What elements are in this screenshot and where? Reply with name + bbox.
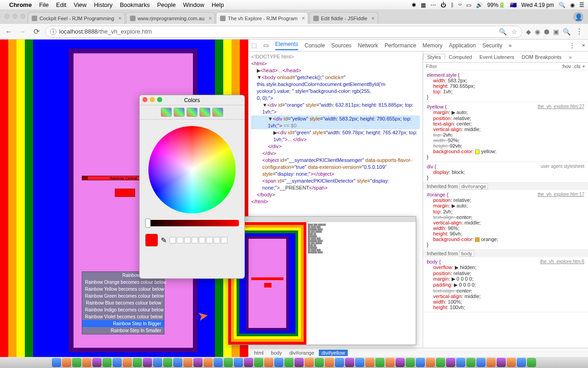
color-mode-tab[interactable] [174, 108, 185, 117]
dock-app-icon[interactable] [335, 358, 344, 367]
dock-app-icon[interactable] [497, 358, 506, 367]
dock-app-icon[interactable] [52, 358, 61, 367]
dock-app-icon[interactable] [436, 358, 445, 367]
flag-icon[interactable]: 🇦🇺 [510, 2, 517, 8]
spotlight-icon[interactable]: 🔍 [559, 2, 565, 8]
dock-app-icon[interactable] [355, 358, 364, 367]
dock-app-icon[interactable] [254, 358, 263, 367]
dock-app-icon[interactable] [385, 358, 395, 367]
dom-node[interactable]: </div> [268, 144, 282, 149]
menuextra-icon[interactable]: ▦ [421, 2, 426, 8]
browser-tab[interactable]: www.rjmprogramming.com.au× [126, 12, 215, 24]
menubar-people[interactable]: People [157, 1, 175, 8]
dropdown-option[interactable]: Rainbow Violet becomes colour below [82, 313, 164, 320]
extension-icon[interactable]: 🔍 [563, 28, 571, 35]
bookmark-star-icon[interactable]: ☆ [511, 28, 517, 35]
devtools-more-tabs-icon[interactable]: » [509, 42, 512, 49]
dock-app-icon[interactable] [486, 358, 496, 367]
dropdown-option[interactable]: Rainbow Green becomes colour below [82, 293, 164, 299]
dock-app-icon[interactable] [62, 358, 71, 367]
menuextra-icon[interactable]: ⏻ [441, 2, 446, 8]
dock-app-icon[interactable] [82, 358, 91, 367]
dock-app-icon[interactable] [345, 358, 354, 367]
menubar-history[interactable]: History [94, 1, 112, 8]
browser-tab-active[interactable]: The vh Explore - RJM Program× [216, 12, 308, 24]
zoom-icon[interactable]: 🔍 [499, 28, 507, 35]
dock-app-icon[interactable] [446, 358, 455, 367]
dock-app-icon[interactable] [113, 358, 122, 367]
dock-app-icon[interactable] [92, 358, 102, 367]
styles-tab-listeners[interactable]: Event Listeners [476, 54, 518, 60]
close-icon[interactable]: × [209, 15, 212, 22]
dom-node[interactable]: </html> [251, 199, 268, 204]
color-swatch-icon[interactable] [475, 150, 480, 154]
devtools-close-icon[interactable]: × [582, 42, 585, 49]
clock[interactable]: Wed 4:19 pm [521, 2, 554, 8]
color-wheel[interactable] [148, 126, 236, 213]
dock-app-icon[interactable] [466, 358, 475, 367]
css-rule[interactable]: element.style { width: 583.2px; height: … [423, 70, 588, 102]
dom-node[interactable]: </body> [257, 192, 275, 197]
dock-app-icon[interactable] [173, 358, 182, 367]
dock-app-icon[interactable] [315, 358, 324, 367]
css-rule[interactable]: user agent stylesheet div { display: blo… [423, 162, 588, 183]
swatch-grid[interactable] [170, 237, 227, 243]
back-button[interactable]: ← [4, 27, 14, 37]
dom-node[interactable]: <body [262, 75, 276, 80]
dock-app-icon[interactable] [294, 358, 304, 367]
brightness-slider[interactable] [145, 220, 239, 226]
site-info-icon[interactable]: i [50, 29, 57, 35]
dropdown-option[interactable]: Rainbow Orange becomes colour below [82, 279, 164, 286]
dock-app-icon[interactable] [375, 358, 384, 367]
color-picker-window[interactable]: Colors ✎ [139, 95, 245, 279]
dock-app-icon[interactable] [284, 358, 294, 367]
dock-app-icon[interactable] [274, 358, 283, 367]
color-picker-titlebar[interactable]: Colors [140, 95, 244, 105]
color-mode-tab[interactable] [199, 108, 210, 117]
styles-tab-computed[interactable]: Computed [445, 54, 476, 60]
devtools-tab-console[interactable]: Console [305, 42, 325, 49]
hov-toggle[interactable]: :hov [561, 63, 571, 69]
styles-tab-dom-bp[interactable]: DOM Breakpoints [518, 54, 565, 60]
dropdown-option[interactable]: Rainbow Step In Smaller [82, 327, 164, 334]
crumb-active[interactable]: div#yellow [319, 350, 348, 356]
window-traffic-lights[interactable] [5, 14, 25, 19]
dock-app-icon[interactable] [143, 358, 152, 367]
devtools-tab-network[interactable]: Network [358, 42, 378, 49]
slider-thumb[interactable] [145, 218, 151, 228]
css-rule[interactable]: the_vh_explore.htm:27 #yellow { margin: … [423, 102, 588, 162]
extension-icon[interactable]: ◆ [526, 28, 531, 35]
menubar-window[interactable]: Window [183, 1, 204, 8]
dock-app-icon[interactable] [183, 358, 192, 367]
eyedropper-icon[interactable]: ✎ [161, 236, 167, 245]
dom-node[interactable]: <!DOCTYPE html> [251, 53, 420, 60]
dock-app-icon[interactable] [396, 358, 405, 367]
dock-app-icon[interactable] [365, 358, 374, 367]
devtools-tab-elements[interactable]: Elements [275, 41, 298, 50]
dock-app-icon[interactable] [72, 358, 81, 367]
dock-app-icon[interactable] [244, 358, 253, 367]
dock-app-icon[interactable] [507, 358, 516, 367]
color-mode-tab[interactable] [187, 108, 198, 117]
dock-app-icon[interactable] [325, 358, 334, 367]
crumb[interactable]: body [268, 350, 285, 356]
dock-app-icon[interactable] [153, 358, 162, 367]
dock-app-icon[interactable] [264, 358, 273, 367]
menubar-bookmarks[interactable]: Bookmarks [120, 1, 150, 8]
battery-status[interactable]: 99% 🔋 [487, 2, 505, 8]
dock-app-icon[interactable] [133, 358, 142, 367]
chrome-menu-icon[interactable]: ⋮ [574, 27, 584, 37]
dom-node[interactable]: </div> [262, 150, 276, 156]
dock-app-icon[interactable] [426, 358, 435, 367]
slider-knob[interactable] [82, 176, 88, 180]
devtools-menu-icon[interactable]: ⋮ [569, 42, 575, 49]
menubar-edit[interactable]: Edit [56, 1, 66, 8]
css-source-link[interactable]: the_vh_explore.htm:27 [537, 104, 584, 109]
browser-tab[interactable]: Edit fiddle - JSFiddle× [309, 12, 378, 24]
siri-icon[interactable]: ◉ [570, 2, 575, 8]
styles-more-icon[interactable]: » [565, 54, 575, 60]
cls-toggle[interactable]: .cls [573, 63, 581, 69]
menubar-help[interactable]: Help [212, 1, 224, 8]
color-swatch-icon[interactable] [475, 237, 480, 242]
crumb[interactable]: div#orange [287, 350, 317, 356]
